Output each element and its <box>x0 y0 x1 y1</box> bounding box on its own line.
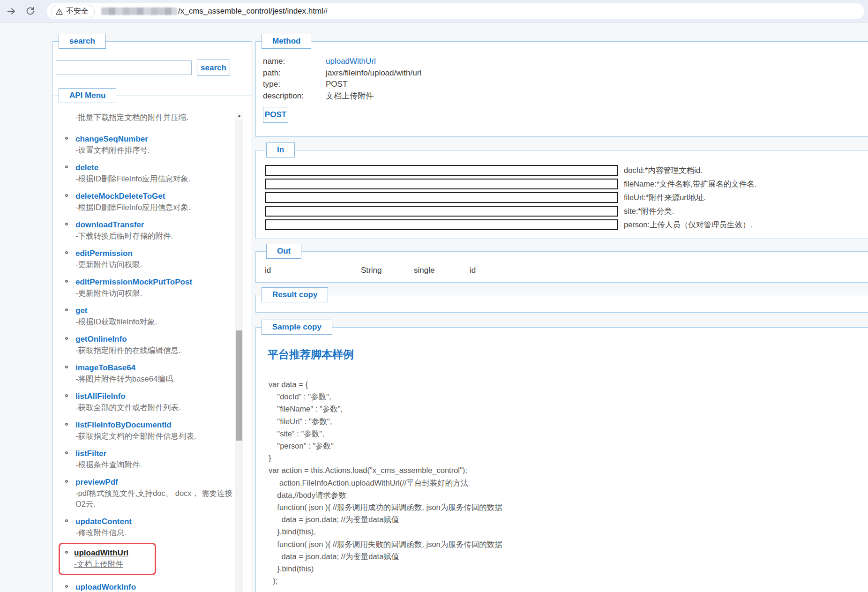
menu-item-link[interactable]: uploadWorkInfo <box>75 582 136 592</box>
param-row: person:上传人员（仅对管理员生效）. <box>265 219 756 230</box>
param-input[interactable] <box>265 206 618 217</box>
warning-triangle-icon <box>55 7 63 15</box>
menu-item-link[interactable]: editPermissionMockPutToPost <box>75 277 192 287</box>
bullet-circle-icon <box>65 423 68 426</box>
menu-item-description: -pdf格式预览文件,支持doc、 docx， 需要连接O2云. <box>75 488 235 510</box>
menu-item-link[interactable]: getOnlineInfo <box>75 334 127 345</box>
menu-item-link[interactable]: downloadTransfer <box>75 219 144 230</box>
menu-item-link[interactable]: previewPdf <box>75 477 118 487</box>
api-menu-list: -批量下载指定文档的附件并压缩. <box>61 112 235 129</box>
menu-item-description: -获取指定附件的在线编辑信息. <box>75 345 235 356</box>
menu-item-link[interactable]: updateContent <box>75 516 132 527</box>
sample-copy-panel: Sample copy 平台推荐脚本样例 var data = { "docId… <box>255 327 868 592</box>
menu-item-description: -修改附件信息. <box>75 527 235 538</box>
code-line: data = json.data; //为变量data赋值 <box>269 550 502 562</box>
code-line: "docId" : "参数", <box>269 390 502 403</box>
menu-item: previewPdf -pdf格式预览文件,支持doc、 docx， 需要连接O… <box>61 477 235 510</box>
in-panel-legend: In <box>266 142 295 157</box>
param-description: docId:*内容管理文档id. <box>624 165 703 176</box>
code-line: function( json ){ //服务调用失败的回调函数, json为服务… <box>269 538 502 550</box>
menu-item: uploadWorkInfo -上传表单html转换为指定格式并存到临时文件中，… <box>61 582 235 592</box>
menu-item-link[interactable]: deleteMockDeleteToGet <box>75 191 165 202</box>
field-value: 文档上传附件 <box>326 90 374 102</box>
scrollbar-up-button[interactable]: ▲ <box>235 112 243 120</box>
code-line: "fileUrl" : "参数", <box>269 415 502 427</box>
menu-item: changeSeqNumber -设置文档附件排序号. <box>61 134 235 156</box>
reload-icon <box>25 6 35 16</box>
code-line: var action = this.Actions.load("x_cms_as… <box>269 464 502 476</box>
menu-item: getOnlineInfo -获取指定附件的在线编辑信息. <box>61 334 235 356</box>
bullet-circle-icon <box>65 165 68 168</box>
sample-code-block: var data = { "docId" : "参数", "fileName" … <box>269 378 502 587</box>
scrollbar-thumb[interactable] <box>236 330 242 441</box>
param-input[interactable] <box>265 179 618 189</box>
method-field-name: name: uploadWithUrl <box>263 56 421 67</box>
browser-toolbar: 不安全 /x_cms_assemble_control/jest/index.h… <box>0 0 868 22</box>
field-label: description: <box>263 90 326 102</box>
forward-button[interactable] <box>4 4 19 19</box>
param-input[interactable] <box>265 165 618 176</box>
menu-item: editPermission -更新附件访问权限. <box>61 248 235 270</box>
menu-item-description: -下载转换后临时存储的附件. <box>75 231 235 241</box>
menu-item-link[interactable]: changeSeqNumber <box>75 134 148 144</box>
param-row: docId:*内容管理文档id. <box>265 165 756 176</box>
in-panel: In docId:*内容管理文档id. fileName:*文件名称,带扩展名的… <box>255 150 868 239</box>
out-row: idStringsingleid <box>265 266 476 275</box>
menu-item-link[interactable]: imageToBase64 <box>75 362 135 373</box>
menu-item: delete -根据ID删除FileInfo应用信息对象. <box>61 162 235 184</box>
field-label: name: <box>263 56 326 67</box>
menu-item: updateContent -修改附件信息. <box>61 516 235 538</box>
menu-item-description: -更新附件访问权限. <box>75 288 235 299</box>
search-button[interactable]: search <box>197 60 230 76</box>
menu-item-description: -文档上传附件 <box>74 559 151 570</box>
out-panel: Out idStringsingleid <box>255 251 868 283</box>
menu-item-description: -获取指定文档的全部附件信息列表. <box>75 431 235 442</box>
menu-item-link[interactable]: listAllFileInfo <box>75 391 126 402</box>
code-line: var data = { <box>269 378 502 390</box>
menu-item: get -根据ID获取fileInfo对象. <box>61 305 235 327</box>
code-line: } <box>269 452 502 464</box>
search-input[interactable] <box>56 60 192 75</box>
menu-item-description: -设置文档附件排序号. <box>75 145 235 156</box>
out-cell: String <box>361 266 414 275</box>
reload-button[interactable] <box>22 4 37 19</box>
api-menu-legend: API Menu <box>59 88 116 103</box>
in-params: docId:*内容管理文档id. fileName:*文件名称,带扩展名的文件名… <box>265 165 756 233</box>
out-cell: id <box>470 266 476 275</box>
menu-item-link[interactable]: delete <box>75 162 98 173</box>
menu-item: deleteMockDeleteToGet -根据ID删除FileInfo应用信… <box>61 191 235 213</box>
param-description: person:上传人员（仅对管理员生效）. <box>624 220 752 230</box>
url-bar[interactable]: 不安全 /x_cms_assemble_control/jest/index.h… <box>47 3 864 19</box>
bullet-circle-icon <box>65 337 68 340</box>
method-field-description: description: 文档上传附件 <box>263 90 421 102</box>
menu-item-link[interactable]: get <box>75 305 88 316</box>
bullet-circle-icon <box>65 308 68 311</box>
code-line: "site" : "参数", <box>269 427 502 440</box>
menu-item: imageToBase64 -将图片附件转为base64编码. <box>61 362 235 384</box>
security-badge-label: 不安全 <box>66 7 89 16</box>
bullet-circle-icon <box>65 194 68 197</box>
menu-item-link[interactable]: editPermission <box>75 248 133 259</box>
out-cell: single <box>414 266 470 275</box>
menu-item-description: -获取全部的文件或者附件列表. <box>75 402 235 413</box>
method-name-link[interactable]: uploadWithUrl <box>326 56 376 67</box>
code-line: "fileName" : "参数", <box>269 403 502 415</box>
menu-item-link[interactable]: listFileInfoByDocumentId <box>75 420 172 430</box>
out-cell: id <box>265 266 361 275</box>
param-input[interactable] <box>265 219 618 230</box>
menu-scrollbar: ▲ <box>235 112 243 592</box>
search-panel-legend: search <box>59 34 106 49</box>
param-row: fileName:*文件名称,带扩展名的文件名. <box>265 179 756 189</box>
menu-item-link[interactable]: uploadWithUrl <box>74 547 128 558</box>
menu-item-link[interactable]: listFilter <box>75 448 106 459</box>
field-label: path: <box>263 67 326 79</box>
blurred-host <box>101 7 177 15</box>
post-execute-button[interactable]: POST <box>263 107 288 123</box>
param-input[interactable] <box>265 192 618 203</box>
menu-item-description: -根据条件查询附件. <box>75 459 235 470</box>
menu-item: uploadWithUrl -文档上传附件 <box>59 543 156 575</box>
code-line: data,//body请求参数 <box>269 489 502 501</box>
security-badge[interactable]: 不安全 <box>51 5 95 18</box>
scrollbar-track[interactable] <box>235 120 243 592</box>
menu-item: downloadTransfer -下载转换后临时存储的附件. <box>61 219 235 241</box>
